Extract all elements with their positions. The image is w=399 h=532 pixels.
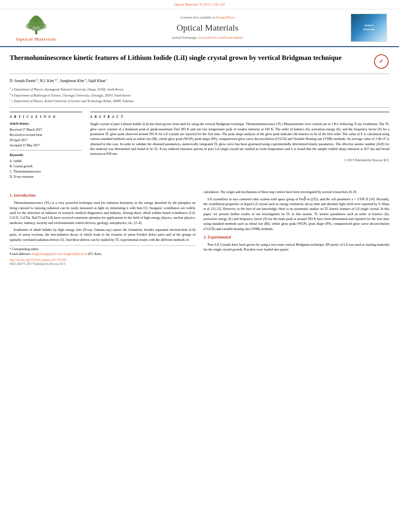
crossmark-circle: ✓ <box>374 54 389 69</box>
author-1: D. Joseph Daniel a, H.J. Kim a,*, Sunghw… <box>10 79 107 83</box>
email-link-2[interactable]: hongjoo@knu.ac.kr <box>63 252 87 256</box>
article-info-label: A R T I C L E I N F O <box>10 115 82 119</box>
issn-line: 0925-3467/© 2017 Published by Elsevier B… <box>10 262 195 267</box>
homepage-link[interactable]: www.elsevier.com/locate/optmat <box>198 35 243 39</box>
received-revised-label: Received in revised form <box>10 133 82 137</box>
email-note: (H.J. Kim). <box>88 252 102 256</box>
left-column: A R T I C L E I N F O Article history: R… <box>10 112 82 183</box>
keyword-3: C. Thermoluminescence <box>10 169 82 174</box>
article-title-section: Thermoluminescence kinetic features of L… <box>10 53 389 74</box>
keyword-2: B. Crystal growth <box>10 164 82 168</box>
received-revised-date: 28 April 2017 <box>10 138 82 142</box>
intro-para1: Thermoluminescence (TL) is a very powerf… <box>10 200 195 225</box>
body-right: calculation. The origin and mechanism of… <box>204 189 389 267</box>
affiliation-c: c c Department of Physics, Kohat Univers… <box>10 98 389 103</box>
abstract-section: A B S T R A C T Single crystal of pure L… <box>90 112 389 162</box>
article-info-section: A R T I C L E I N F O Article history: R… <box>10 112 82 179</box>
journal-reference: Optical Materials 70 (2017) 120–126 <box>174 2 225 6</box>
keyword-1: A. Iodide <box>10 159 82 163</box>
crossmark-logo[interactable]: ✓ <box>373 53 389 70</box>
intro-para2: Irradiation of alkali halides by high en… <box>10 227 195 242</box>
main-content: Thermoluminescence kinetic features of L… <box>0 47 399 273</box>
right-para2: LiI crystallizes in face centered cubic … <box>204 197 389 231</box>
received-date: Received 17 March 2017 <box>10 127 82 132</box>
optical-materials-logo: OpticalMaterials <box>351 14 387 42</box>
optical-materials-logo-text: OpticalMaterials <box>362 22 376 33</box>
sciencedirect-link[interactable]: ScienceDirect <box>216 15 235 19</box>
keywords-section: Keywords: A. Iodide B. Crystal growth C.… <box>10 150 82 179</box>
accepted-date: Accepted 15 May 2017 <box>10 143 82 148</box>
experimental-heading: 2. Experimental <box>204 234 389 240</box>
body-left: 1. Introduction Thermoluminescence (TL) … <box>10 189 195 267</box>
right-column: A B S T R A C T Single crystal of pure L… <box>90 112 389 183</box>
right-para1: calculation. The origin and mechanism of… <box>204 189 389 194</box>
journal-title: Optical Materials <box>64 22 351 34</box>
elsevier-logo-section: Optical Materials <box>8 13 64 42</box>
copyright-line: © 2017 Published by Elsevier B.V. <box>90 158 389 162</box>
article-info-abstract: A R T I C L E I N F O Article history: R… <box>10 112 389 183</box>
intro-heading: 1. Introduction <box>10 193 195 198</box>
article-body: 1. Introduction Thermoluminescence (TL) … <box>10 189 389 267</box>
authors-line: D. Joseph Daniel a, H.J. Kim a,*, Sunghw… <box>10 78 389 84</box>
email-line: E-mail addresses: hongjooknu@gmail.com, … <box>10 252 195 257</box>
journal-homepage: journal homepage: www.elsevier.com/locat… <box>64 35 351 40</box>
elsevier-logo: Optical Materials <box>16 13 56 42</box>
svg-point-5 <box>39 23 46 29</box>
article-history-label: Article history: <box>10 121 82 126</box>
article-title: Thermoluminescence kinetic features of L… <box>10 53 373 62</box>
abstract-text: Single crystal of pure Lithium Iodide (L… <box>90 121 389 156</box>
contents-text: Contents lists available at <box>180 15 215 19</box>
affiliation-b: b b Department of Radiological Science, … <box>10 92 389 98</box>
crossmark-icon: ✓ <box>379 58 384 66</box>
contents-line: Contents lists available at ScienceDirec… <box>64 15 351 20</box>
authors-section: D. Joseph Daniel a, H.J. Kim a,*, Sunghw… <box>10 78 389 84</box>
email-link-1[interactable]: hongjooknu@gmail.com <box>32 252 62 256</box>
elsevier-tree-icon <box>20 13 52 35</box>
doi-line[interactable]: http://dx.doi.org/10.1016/j.optmat.2017.… <box>10 258 195 263</box>
page: Optical Materials 70 (2017) 120–126 Opti… <box>0 0 399 532</box>
affiliation-a: a a Department of Physics, Kyungpook Nat… <box>10 86 389 92</box>
journal-header-center: Contents lists available at ScienceDirec… <box>64 15 351 41</box>
journal-logo-right: OpticalMaterials <box>351 14 391 42</box>
top-bar: Optical Materials 70 (2017) 120–126 <box>0 0 399 9</box>
svg-point-3 <box>33 15 40 22</box>
experimental-para1: Pure LiI Crystals have been grown by usi… <box>204 242 389 252</box>
affiliations: a a Department of Physics, Kyungpook Nat… <box>10 86 389 108</box>
elsevier-wordmark: Optical Materials <box>16 36 56 42</box>
keywords-label: Keywords: <box>10 153 82 157</box>
keyword-4: D. X-ray emission <box>10 175 82 179</box>
footnote-section: * Corresponding author. E-mail addresses… <box>10 245 195 267</box>
journal-header: Optical Materials Contents lists availab… <box>0 9 399 47</box>
corresponding-note: * Corresponding author. <box>10 247 195 252</box>
email-label: E-mail addresses: <box>10 252 31 256</box>
abstract-label: A B S T R A C T <box>90 115 389 119</box>
homepage-label: journal homepage: <box>172 35 198 39</box>
svg-point-4 <box>26 23 33 29</box>
